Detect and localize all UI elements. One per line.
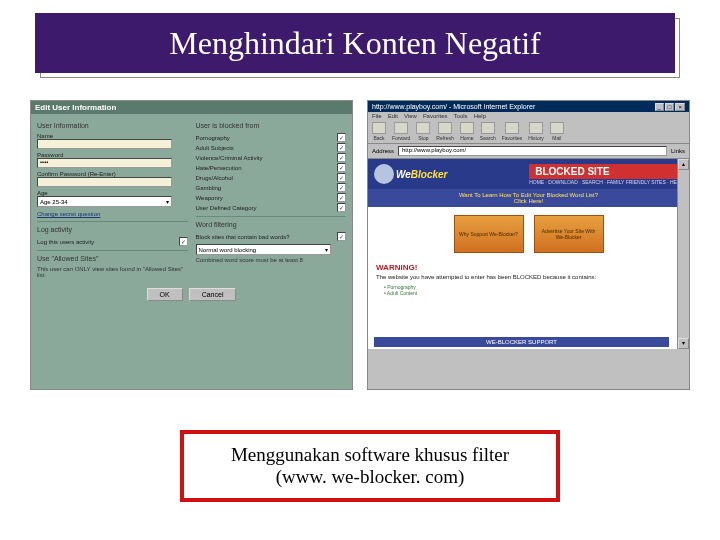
wf-mode-value: Normal word blocking [199,247,257,253]
scrollbar[interactable]: ▴ ▾ [677,159,689,349]
scroll-up-icon[interactable]: ▴ [678,159,689,170]
address-bar: Address http://www.playboy.com/ Links [368,144,689,159]
caption-box: Menggunakan software khusus filter (www.… [180,430,560,502]
promo-image-2[interactable]: Advertise Your Site With We-Blocker [534,215,604,253]
confirm-input[interactable] [37,177,172,187]
favorites-icon [505,122,519,134]
cat-label: User Defined Category [196,205,257,211]
cat-checkbox-2[interactable]: ✓ [337,153,346,162]
warning-text: The website you have attempted to enter … [368,274,689,284]
forward-button[interactable]: Forward [392,122,410,141]
slide-title-bar: Menghindari Konten Negatif [35,13,675,73]
cat-label: Pornography [196,135,230,141]
menu-tools[interactable]: Tools [454,113,468,119]
cat-checkbox-5[interactable]: ✓ [337,183,346,192]
promo-bar[interactable]: Want To Learn How To Edit Your Blocked W… [368,189,689,207]
wf-label: Block sites that contain bad words? [196,234,290,240]
back-icon [372,122,386,134]
menu-view[interactable]: View [404,113,417,119]
name-input[interactable] [37,139,172,149]
age-value: Age 25-34 [40,199,68,205]
stop-icon [416,122,430,134]
support-bar[interactable]: WE-BLOCKER SUPPORT [374,337,669,347]
browser-window: http://www.playboy.com/ - Microsoft Inte… [367,100,690,390]
warning-heading: WARNING! [368,261,689,274]
caption-line2: (www. we-blocker. com) [198,466,542,488]
log-section: Log activity [37,226,188,233]
globe-icon [374,164,394,184]
ok-button[interactable]: OK [147,288,183,301]
menu-file[interactable]: File [372,113,382,119]
mail-button[interactable]: Mail [550,122,564,141]
search-icon [481,122,495,134]
home-icon [460,122,474,134]
cat-checkbox-6[interactable]: ✓ [337,193,346,202]
cancel-button[interactable]: Cancel [189,288,237,301]
allowed-section: Use "Allowed Sites" [37,255,188,262]
slide-title-shadow: Menghindari Konten Negatif [40,18,680,78]
promo-cta: Click Here! [371,198,686,204]
maximize-icon[interactable]: □ [665,103,675,111]
wordfilter-section: Word filtering [196,221,347,228]
slide-title: Menghindari Konten Negatif [169,25,540,62]
page-content: WeBlocker BLOCKED SITE HOME · DOWNLOAD ·… [368,159,689,349]
cat-label: Weaponry [196,195,223,201]
reason-2: • Adult Content [384,290,673,296]
back-button[interactable]: Back [372,122,386,141]
cat-checkbox-4[interactable]: ✓ [337,173,346,182]
promo-image-1[interactable]: Why Support We-Blocker? [454,215,524,253]
forward-icon [394,122,408,134]
logo-we: We [396,169,411,180]
home-button[interactable]: Home [460,122,474,141]
menu-favorites[interactable]: Favorites [423,113,448,119]
log-label: Log this users activity [37,239,94,245]
window-controls: _□× [654,103,685,110]
wf-note: Combined word score must be at least 8 [196,257,347,263]
log-checkbox[interactable]: ✓ [179,237,188,246]
refresh-button[interactable]: Refresh [436,122,454,141]
links-label[interactable]: Links [671,148,685,154]
cat-label: Drugs/Alcohol [196,175,233,181]
logo-blocker: Blocker [411,169,448,180]
allowed-text: This user can ONLY view sites found in "… [37,266,188,278]
address-input[interactable]: http://www.playboy.com/ [398,146,667,156]
minimize-icon[interactable]: _ [655,103,664,111]
cat-label: Gambling [196,185,222,191]
wf-mode-select[interactable]: Normal word blocking▾ [196,244,331,255]
history-icon [529,122,543,134]
cat-label: Adult Subjects [196,145,234,151]
edit-user-dialog: Edit User Information User Information N… [30,100,353,390]
age-select[interactable]: Age 25-34▾ [37,196,172,207]
dialog-title: Edit User Information [31,101,352,114]
menu-help[interactable]: Help [474,113,486,119]
favorites-button[interactable]: Favorites [502,122,523,141]
menubar: File Edit View Favorites Tools Help [368,112,689,120]
change-question-link[interactable]: Change secret question [37,211,188,217]
site-nav[interactable]: HOME · DOWNLOAD · SEARCH · FAMILY FRIEND… [529,179,683,185]
close-icon[interactable]: × [675,103,685,111]
site-header: WeBlocker BLOCKED SITE HOME · DOWNLOAD ·… [368,159,689,189]
cat-label: Hate/Persecution [196,165,242,171]
history-button[interactable]: History [528,122,544,141]
address-label: Address [372,148,394,154]
browser-titlebar: http://www.playboy.com/ - Microsoft Inte… [368,101,689,112]
cat-checkbox-1[interactable]: ✓ [337,143,346,152]
window-title: http://www.playboy.com/ - Microsoft Inte… [372,103,535,110]
mail-icon [550,122,564,134]
cat-checkbox-3[interactable]: ✓ [337,163,346,172]
caption-line1: Menggunakan software khusus filter [198,444,542,466]
stop-button[interactable]: Stop [416,122,430,141]
scroll-down-icon[interactable]: ▾ [678,338,689,349]
cat-checkbox-0[interactable]: ✓ [337,133,346,142]
cat-label: Violence/Criminal Activity [196,155,263,161]
password-input[interactable]: •••• [37,158,172,168]
chevron-down-icon: ▾ [325,246,328,253]
refresh-icon [438,122,452,134]
toolbar: Back Forward Stop Refresh Home Search Fa… [368,120,689,144]
wf-checkbox[interactable]: ✓ [337,232,346,241]
search-button[interactable]: Search [480,122,496,141]
menu-edit[interactable]: Edit [388,113,398,119]
cat-checkbox-7[interactable]: ✓ [337,203,346,212]
blocked-from-section: User is blocked from [196,122,347,129]
blocked-badge: BLOCKED SITE [529,164,683,179]
